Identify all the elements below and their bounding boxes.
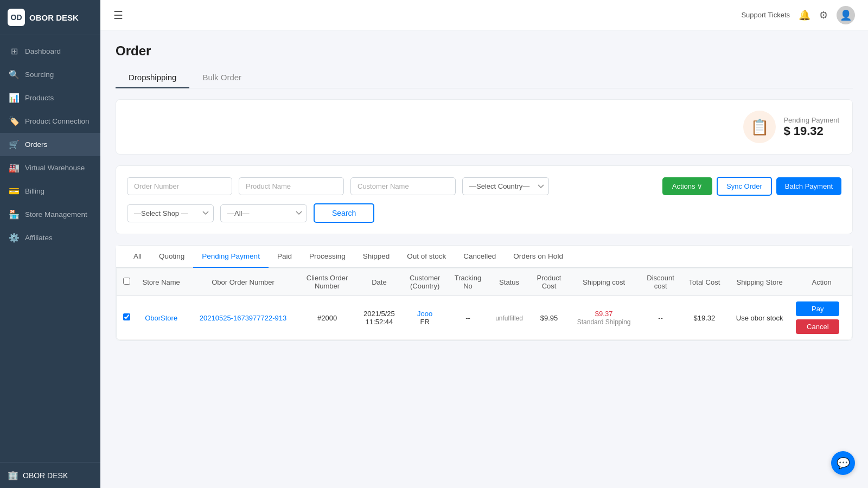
col-store-name: Store Name (135, 268, 188, 296)
actions-button[interactable]: Actions ∨ (662, 177, 712, 195)
chat-icon: 💬 (837, 457, 850, 470)
sidebar-label-affiliates: Affiliates (25, 234, 53, 242)
support-tickets-link[interactable]: Support Tickets (741, 11, 790, 19)
batch-payment-label: Batch Payment (785, 182, 833, 190)
sidebar-item-store-management[interactable]: 🏪Store Management (0, 203, 100, 226)
row-customer-country: JoooFR (402, 296, 447, 340)
filters-row-1: —Select Country— —Select Country—United … (127, 177, 841, 196)
col-checkbox (117, 268, 135, 296)
row-tracking-no: -- (448, 296, 488, 340)
sidebar-icon-products: 📊 (9, 93, 20, 103)
order-tab-shipped[interactable]: Shipped (354, 246, 399, 268)
search-button[interactable]: Search (314, 203, 374, 223)
order-tab-processing[interactable]: Processing (301, 246, 354, 268)
sidebar-footer[interactable]: 🏢 OBOR DESK (0, 462, 100, 488)
pay-button[interactable]: Pay (796, 301, 839, 316)
actions-label: Actions ∨ (672, 182, 703, 190)
batch-payment-button[interactable]: Batch Payment (776, 177, 841, 195)
sidebar-label-orders: Orders (25, 140, 47, 149)
order-section: AllQuotingPending PaymentPaidProcessingS… (116, 245, 853, 341)
status-badge: unfulfilled (495, 314, 523, 322)
main-tabs: DropshippingBulk Order (116, 67, 853, 88)
table-row: OborStore 20210525-1673977722-913 #2000 … (117, 296, 852, 340)
sidebar-item-orders[interactable]: 🛒Orders (0, 133, 100, 156)
sidebar-icon-dashboard: ⊞ (9, 46, 20, 56)
order-number-input[interactable] (127, 177, 232, 195)
product-name-input[interactable] (239, 177, 344, 195)
row-clients-order-number: #2000 (298, 296, 356, 340)
pending-payment-info: Pending Payment $ 19.32 (783, 116, 839, 138)
sidebar-item-products[interactable]: 📊Products (0, 86, 100, 110)
row-status: unfulfilled (488, 296, 530, 340)
col-date: Date (356, 268, 402, 296)
avatar[interactable]: 👤 (837, 6, 855, 24)
row-total-cost: $19.32 (681, 296, 727, 340)
row-action: Pay Cancel (792, 296, 852, 340)
customer-link[interactable]: Jooo (417, 310, 432, 318)
search-label: Search (332, 209, 356, 217)
sidebar-label-products: Products (25, 94, 54, 102)
customer-name-input[interactable] (350, 177, 456, 195)
order-tabs: AllQuotingPending PaymentPaidProcessingS… (116, 246, 852, 268)
sidebar: OD OBOR DESK ⊞Dashboard🔍Sourcing📊Product… (0, 0, 100, 488)
shop-select[interactable]: —Select Shop — —Select Shop —OborStore (127, 204, 214, 222)
sidebar-icon-product-connection: 🏷️ (9, 116, 20, 126)
col-status: Status (488, 268, 530, 296)
pending-payment-amount: $ 19.32 (783, 124, 839, 138)
main-content: ☰ Support Tickets 🔔 ⚙ 👤 Order Dropshippi… (100, 0, 868, 488)
row-obor-order-number: 20210525-1673977722-913 (188, 296, 298, 340)
col-obor-order-number: Obor Order Number (188, 268, 298, 296)
store-name-link[interactable]: OborStore (145, 314, 177, 322)
order-tab-orders-on-hold[interactable]: Orders on Hold (505, 246, 572, 268)
cancel-button[interactable]: Cancel (796, 319, 839, 334)
tab-bulk-order[interactable]: Bulk Order (189, 67, 254, 88)
row-checkbox[interactable] (123, 313, 130, 320)
filters-section: —Select Country— —Select Country—United … (116, 165, 853, 234)
order-tab-out-of-stock[interactable]: Out of stock (398, 246, 455, 268)
order-tab-all[interactable]: All (125, 246, 150, 268)
page-content: Order DropshippingBulk Order 📋 Pending P… (100, 30, 868, 488)
sidebar-item-billing[interactable]: 💳Billing (0, 179, 100, 203)
sidebar-item-dashboard[interactable]: ⊞Dashboard (0, 40, 100, 63)
topbar: ☰ Support Tickets 🔔 ⚙ 👤 (100, 0, 868, 30)
footer-icon: 🏢 (8, 470, 18, 480)
col-clients-order-number: Clients OrderNumber (298, 268, 356, 296)
sync-order-label: Sync Order (726, 182, 762, 190)
chat-bubble[interactable]: 💬 (831, 451, 855, 475)
filters-row-2: —Select Shop — —Select Shop —OborStore —… (127, 203, 841, 223)
col-discount-cost: Discountcost (640, 268, 681, 296)
sidebar-item-virtual-warehouse[interactable]: 🏭Virtual Warehouse (0, 156, 100, 179)
table-header: Store Name Obor Order Number Clients Ord… (117, 268, 852, 296)
settings-icon[interactable]: ⚙ (819, 9, 828, 21)
obor-order-link[interactable]: 20210525-1673977722-913 (200, 314, 287, 322)
col-tracking-no: TrackingNo (448, 268, 488, 296)
sidebar-footer-label: OBOR DESK (23, 471, 68, 480)
sidebar-icon-billing: 💳 (9, 186, 20, 196)
hamburger-button[interactable]: ☰ (113, 9, 123, 22)
sidebar-icon-sourcing: 🔍 (9, 69, 20, 80)
sidebar-label-sourcing: Sourcing (25, 70, 54, 79)
tab-dropshipping[interactable]: Dropshipping (116, 67, 189, 88)
row-product-cost: $9.95 (530, 296, 568, 340)
sidebar-nav: ⊞Dashboard🔍Sourcing📊Products🏷️Product Co… (0, 35, 100, 462)
sync-order-button[interactable]: Sync Order (717, 177, 772, 196)
all-select[interactable]: —All— —All—Pending PaymentPaidProcessing… (220, 204, 307, 222)
sidebar-label-product-connection: Product Connection (25, 117, 90, 125)
order-tab-paid[interactable]: Paid (269, 246, 301, 268)
pending-payment-label: Pending Payment (783, 116, 839, 124)
country-select[interactable]: —Select Country— —Select Country—United … (462, 177, 549, 195)
col-shipping-store: Shipping Store (727, 268, 792, 296)
sidebar-item-product-connection[interactable]: 🏷️Product Connection (0, 110, 100, 133)
order-tab-cancelled[interactable]: Cancelled (455, 246, 505, 268)
select-all-checkbox[interactable] (123, 278, 130, 285)
order-tab-pending-payment[interactable]: Pending Payment (193, 246, 269, 268)
order-tab-quoting[interactable]: Quoting (150, 246, 193, 268)
orders-table-wrap: Store Name Obor Order Number Clients Ord… (116, 268, 852, 341)
col-product-cost: ProductCost (530, 268, 568, 296)
sidebar-icon-orders: 🛒 (9, 139, 20, 150)
sidebar-item-affiliates[interactable]: ⚙️Affiliates (0, 226, 100, 249)
sidebar-item-sourcing[interactable]: 🔍Sourcing (0, 63, 100, 86)
notification-icon[interactable]: 🔔 (799, 9, 810, 21)
col-customer-country: Customer(Country) (402, 268, 447, 296)
sidebar-icon-store-management: 🏪 (9, 209, 20, 220)
